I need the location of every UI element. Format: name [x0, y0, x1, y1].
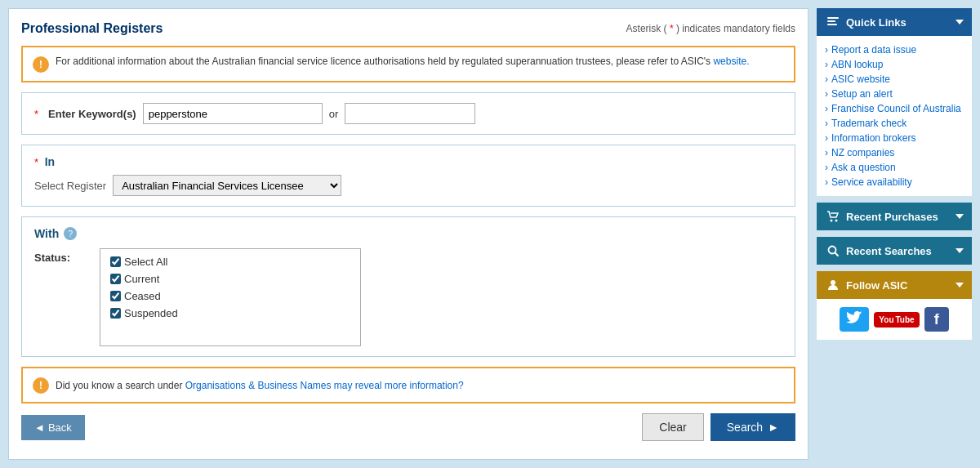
keyword-input-2[interactable]	[345, 103, 475, 124]
mandatory-note: Asterisk ( * ) indicates mandatory field…	[626, 23, 795, 34]
checkbox-ceased: Ceased	[110, 290, 350, 302]
search-arrow: ►	[768, 421, 779, 434]
facebook-icon[interactable]: f	[924, 307, 949, 332]
register-select[interactable]: Australian Financial Services Licensee A…	[113, 175, 341, 196]
checkbox-select-all-label: Select All	[124, 256, 167, 268]
twitter-icon[interactable]	[840, 307, 869, 332]
recent-searches-icon	[825, 243, 841, 259]
checkbox-ceased-input[interactable]	[110, 291, 121, 301]
recent-purchases-panel: Recent Purchases	[817, 203, 972, 230]
link-report-data[interactable]: Report a data issue	[825, 42, 964, 57]
search-label: Search	[727, 421, 763, 434]
quick-links-body: Report a data issue ABN lookup ASIC webs…	[817, 36, 972, 196]
with-section: With ? Status: Select All Current	[21, 216, 795, 357]
in-section: * In Select Register Australian Financia…	[21, 145, 795, 207]
info-box: ! For additional information about the A…	[21, 46, 795, 82]
button-row: ◄ Back Clear Search ►	[21, 413, 795, 441]
did-you-know-box: ! Did you know a search under Organisati…	[21, 367, 795, 403]
recent-searches-title: Recent Searches	[846, 245, 932, 257]
checkbox-select-all: Select All	[110, 256, 350, 268]
svg-point-3	[831, 220, 833, 222]
link-asic[interactable]: ASIC website	[825, 72, 964, 87]
svg-rect-1	[827, 20, 835, 22]
checkbox-group: Select All Current Ceased Suspended	[100, 248, 361, 346]
checkbox-current: Current	[110, 273, 350, 285]
main-content: Professional Registers Asterisk ( * ) in…	[8, 8, 808, 460]
with-header: With ?	[34, 227, 782, 240]
back-button[interactable]: ◄ Back	[21, 415, 85, 440]
link-nz[interactable]: NZ companies	[825, 145, 964, 160]
link-abn[interactable]: ABN lookup	[825, 57, 964, 72]
org-search-link[interactable]: Organisations & Business Names may revea…	[185, 380, 464, 391]
checkbox-current-input[interactable]	[110, 274, 121, 284]
mandatory-star: *	[670, 23, 674, 34]
recent-searches-chevron	[956, 248, 964, 253]
back-label: Back	[48, 421, 72, 434]
checkbox-current-label: Current	[124, 273, 159, 285]
did-you-know-text: Did you know a search under Organisation…	[56, 380, 464, 391]
youtube-icon[interactable]: YouTube	[874, 312, 919, 328]
back-arrow: ◄	[34, 421, 45, 434]
keyword-input-1[interactable]	[143, 103, 323, 124]
svg-point-7	[831, 280, 835, 285]
link-franchise[interactable]: Franchise Council of Australia	[825, 101, 964, 116]
recent-searches-header[interactable]: Recent Searches	[817, 237, 972, 265]
follow-asic-chevron	[956, 283, 964, 287]
follow-asic-body: YouTube f	[817, 299, 972, 340]
quick-links-title: Quick Links	[846, 16, 906, 29]
help-icon[interactable]: ?	[64, 227, 77, 240]
checkbox-suspended-input[interactable]	[110, 308, 121, 319]
checkbox-ceased-label: Ceased	[124, 290, 161, 302]
in-section-header: * In	[34, 155, 782, 168]
in-required-star: *	[34, 156, 38, 168]
quick-links-icon	[825, 14, 841, 30]
clear-button[interactable]: Clear	[642, 413, 703, 441]
search-button[interactable]: Search ►	[710, 413, 795, 441]
follow-asic-panel: Follow ASIC YouTube f	[817, 271, 972, 340]
status-label: Status:	[34, 248, 100, 346]
select-register-label: Select Register	[34, 180, 106, 192]
svg-point-4	[835, 220, 838, 222]
follow-asic-title: Follow ASIC	[846, 279, 907, 292]
quick-links-chevron	[956, 20, 964, 25]
follow-asic-header[interactable]: Follow ASIC	[817, 271, 972, 299]
link-brokers[interactable]: Information brokers	[825, 131, 964, 145]
keyword-section: * Enter Keyword(s) or	[21, 92, 795, 135]
required-star: *	[34, 108, 38, 120]
keyword-row: * Enter Keyword(s) or	[34, 103, 782, 124]
did-you-know-icon: !	[33, 377, 49, 394]
link-ask[interactable]: Ask a question	[825, 160, 964, 175]
info-icon: !	[33, 56, 49, 73]
asic-website-link[interactable]: website.	[713, 56, 749, 67]
recent-purchases-header[interactable]: Recent Purchases	[817, 203, 972, 230]
or-label: or	[329, 108, 339, 120]
svg-line-6	[835, 253, 839, 256]
quick-links-header[interactable]: Quick Links	[817, 8, 972, 36]
right-buttons: Clear Search ►	[642, 413, 795, 441]
link-availability[interactable]: Service availability	[825, 175, 964, 189]
recent-purchases-icon	[825, 208, 841, 225]
link-trademark[interactable]: Trademark check	[825, 116, 964, 131]
checkbox-select-all-input[interactable]	[110, 256, 121, 267]
recent-searches-panel: Recent Searches	[817, 237, 972, 265]
svg-rect-0	[827, 17, 839, 19]
register-select-row: Select Register Australian Financial Ser…	[34, 175, 782, 196]
recent-purchases-chevron	[956, 214, 964, 219]
page-header: Professional Registers Asterisk ( * ) in…	[21, 21, 795, 36]
link-alert[interactable]: Setup an alert	[825, 87, 964, 101]
keyword-label: Enter Keyword(s)	[48, 108, 136, 120]
follow-asic-icon	[825, 277, 841, 293]
svg-rect-2	[827, 24, 837, 25]
info-text: For additional information about the Aus…	[56, 56, 749, 67]
sidebar: Quick Links Report a data issue ABN look…	[817, 8, 972, 460]
quick-links-panel: Quick Links Report a data issue ABN look…	[817, 8, 972, 196]
recent-purchases-title: Recent Purchases	[846, 211, 938, 223]
checkbox-suspended: Suspended	[110, 307, 350, 319]
status-row: Status: Select All Current Ceased	[34, 248, 782, 346]
checkbox-suspended-label: Suspended	[124, 307, 178, 319]
page-title: Professional Registers	[21, 21, 163, 36]
